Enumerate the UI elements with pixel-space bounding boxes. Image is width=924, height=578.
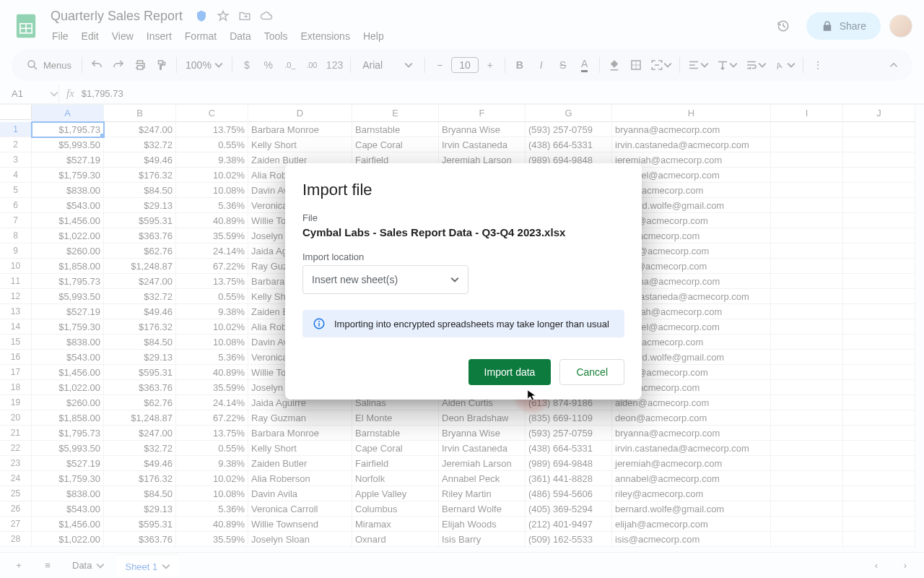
file-name: Cymbal Labs - Sales Report Data - Q3-Q4 … — [302, 226, 624, 238]
import-location-label: Import location — [302, 251, 624, 262]
cancel-button[interactable]: Cancel — [559, 359, 624, 385]
import-data-button[interactable]: Import data — [468, 359, 552, 385]
info-icon — [313, 317, 326, 330]
import-location-select[interactable]: Insert new sheet(s) — [302, 265, 468, 294]
file-label: File — [302, 212, 624, 223]
dialog-title: Import file — [302, 181, 624, 199]
chevron-down-icon — [450, 275, 459, 284]
svg-point-12 — [318, 321, 320, 322]
info-banner: Importing into encrypted spreadsheets ma… — [302, 310, 624, 337]
import-file-dialog: Import file File Cymbal Labs - Sales Rep… — [285, 163, 642, 400]
